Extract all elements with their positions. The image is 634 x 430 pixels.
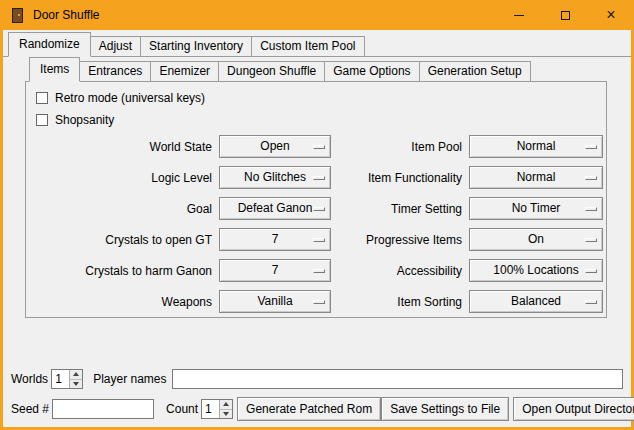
logic-level-label: Logic Level bbox=[36, 171, 214, 185]
progressive-items-dropdown[interactable]: On bbox=[469, 228, 603, 251]
shopsanity-checkbox-row[interactable]: Shopsanity bbox=[36, 109, 606, 131]
retro-mode-checkbox-row[interactable]: Retro mode (universal keys) bbox=[36, 87, 606, 109]
bottom-controls: Worlds Player names Seed # Count bbox=[11, 368, 623, 421]
timer-setting-dropdown[interactable]: No Timer bbox=[469, 197, 603, 220]
progressive-items-label: Progressive Items bbox=[336, 233, 464, 247]
shopsanity-label: Shopsanity bbox=[55, 113, 114, 127]
world-state-dropdown[interactable]: Open bbox=[219, 135, 331, 158]
titlebar[interactable]: Door Shuffle × bbox=[0, 0, 634, 30]
worlds-input[interactable] bbox=[52, 370, 69, 388]
dropdown-indicator-icon bbox=[585, 207, 597, 211]
window-controls: × bbox=[496, 0, 634, 30]
minimize-button[interactable] bbox=[496, 0, 542, 30]
weapons-label: Weapons bbox=[36, 295, 214, 309]
player-names-label: Player names bbox=[93, 372, 166, 386]
dropdown-indicator-icon bbox=[585, 176, 597, 180]
worlds-spin-down-button[interactable] bbox=[70, 379, 82, 389]
count-spinbox[interactable] bbox=[201, 399, 233, 419]
tab-adjust[interactable]: Adjust bbox=[90, 36, 141, 56]
worlds-spin-up-button[interactable] bbox=[70, 370, 82, 379]
item-pool-label: Item Pool bbox=[336, 140, 464, 154]
close-icon: × bbox=[606, 7, 615, 23]
generate-patched-rom-button[interactable]: Generate Patched Rom bbox=[237, 397, 381, 421]
up-arrow-icon bbox=[223, 402, 229, 406]
tab-starting-inventory[interactable]: Starting Inventory bbox=[140, 36, 252, 56]
goal-dropdown[interactable]: Defeat Ganon bbox=[219, 197, 331, 220]
dropdown-indicator-icon bbox=[313, 269, 325, 273]
minimize-icon bbox=[514, 15, 524, 16]
dropdown-indicator-icon bbox=[585, 269, 597, 273]
up-arrow-icon bbox=[73, 372, 79, 376]
worlds-label: Worlds bbox=[11, 372, 48, 386]
crystals-open-gt-dropdown[interactable]: 7 bbox=[219, 228, 331, 251]
maximize-icon bbox=[561, 11, 570, 20]
dropdown-indicator-icon bbox=[313, 207, 325, 211]
dropdown-indicator-icon bbox=[313, 176, 325, 180]
count-spin-up-button[interactable] bbox=[220, 400, 232, 409]
open-output-directory-button[interactable]: Open Output Directory bbox=[513, 397, 634, 421]
crystals-open-gt-label: Crystals to open GT bbox=[36, 233, 214, 247]
accessibility-label: Accessibility bbox=[336, 264, 464, 278]
logic-level-dropdown[interactable]: No Glitches bbox=[219, 166, 331, 189]
tab-items[interactable]: Items bbox=[29, 57, 80, 82]
crystals-harm-ganon-dropdown[interactable]: 7 bbox=[219, 259, 331, 282]
count-spin-arrows bbox=[219, 400, 232, 418]
goal-label: Goal bbox=[36, 202, 214, 216]
outer-tabstrip: Randomize Adjust Starting Inventory Cust… bbox=[3, 32, 631, 57]
dropdown-indicator-icon bbox=[585, 238, 597, 242]
dropdown-indicator-icon bbox=[313, 145, 325, 149]
crystals-harm-ganon-label: Crystals to harm Ganon bbox=[36, 264, 214, 278]
world-state-label: World State bbox=[36, 140, 214, 154]
app-window: Door Shuffle × Randomize Adjust Starting… bbox=[0, 0, 634, 430]
accessibility-dropdown[interactable]: 100% Locations bbox=[469, 259, 603, 282]
item-sorting-dropdown[interactable]: Balanced bbox=[469, 290, 603, 313]
dropdown-indicator-icon bbox=[585, 300, 597, 304]
down-arrow-icon bbox=[73, 382, 79, 386]
tab-custom-item-pool[interactable]: Custom Item Pool bbox=[251, 36, 364, 56]
app-icon bbox=[9, 7, 25, 23]
shopsanity-checkbox[interactable] bbox=[36, 114, 48, 126]
player-names-input[interactable] bbox=[172, 369, 624, 389]
items-page: Retro mode (universal keys) Shopsanity W… bbox=[25, 82, 607, 318]
timer-setting-label: Timer Setting bbox=[336, 202, 464, 216]
tab-randomize[interactable]: Randomize bbox=[8, 32, 91, 57]
close-button[interactable]: × bbox=[588, 0, 634, 30]
maximize-button[interactable] bbox=[542, 0, 588, 30]
weapons-dropdown[interactable]: Vanilla bbox=[219, 290, 331, 313]
settings-notebook: Items Entrances Enemizer Dungeon Shuffle… bbox=[25, 59, 607, 318]
item-functionality-dropdown[interactable]: Normal bbox=[469, 166, 603, 189]
worlds-spinbox[interactable] bbox=[51, 369, 83, 389]
dropdown-indicator-icon bbox=[585, 145, 597, 149]
seed-row: Seed # Count Generate Patched Rom Save S… bbox=[11, 397, 623, 421]
dropdown-indicator-icon bbox=[313, 238, 325, 242]
inner-tabstrip: Items Entrances Enemizer Dungeon Shuffle… bbox=[25, 59, 607, 82]
dropdown-indicator-icon bbox=[313, 300, 325, 304]
seed-label: Seed # bbox=[11, 402, 49, 416]
item-sorting-label: Item Sorting bbox=[336, 295, 464, 309]
tab-dungeon-shuffle[interactable]: Dungeon Shuffle bbox=[218, 61, 325, 81]
tab-game-options[interactable]: Game Options bbox=[324, 61, 419, 81]
worlds-spin-arrows bbox=[69, 370, 82, 388]
retro-mode-checkbox[interactable] bbox=[36, 92, 48, 104]
down-arrow-icon bbox=[223, 412, 229, 416]
tab-generation-setup[interactable]: Generation Setup bbox=[419, 61, 531, 81]
worlds-row: Worlds Player names bbox=[11, 368, 623, 390]
window-title: Door Shuffle bbox=[33, 8, 100, 22]
count-input[interactable] bbox=[202, 400, 219, 418]
item-pool-dropdown[interactable]: Normal bbox=[469, 135, 603, 158]
save-settings-button[interactable]: Save Settings to File bbox=[381, 397, 509, 421]
tab-entrances[interactable]: Entrances bbox=[79, 61, 151, 81]
tab-enemizer[interactable]: Enemizer bbox=[150, 61, 219, 81]
count-label: Count bbox=[166, 402, 198, 416]
count-spin-down-button[interactable] bbox=[220, 409, 232, 419]
item-functionality-label: Item Functionality bbox=[336, 171, 464, 185]
seed-input[interactable] bbox=[52, 399, 154, 419]
options-grid: World State Open Item Pool Normal Logic … bbox=[36, 135, 606, 313]
retro-mode-label: Retro mode (universal keys) bbox=[55, 91, 205, 105]
client-area: Randomize Adjust Starting Inventory Cust… bbox=[3, 30, 631, 427]
